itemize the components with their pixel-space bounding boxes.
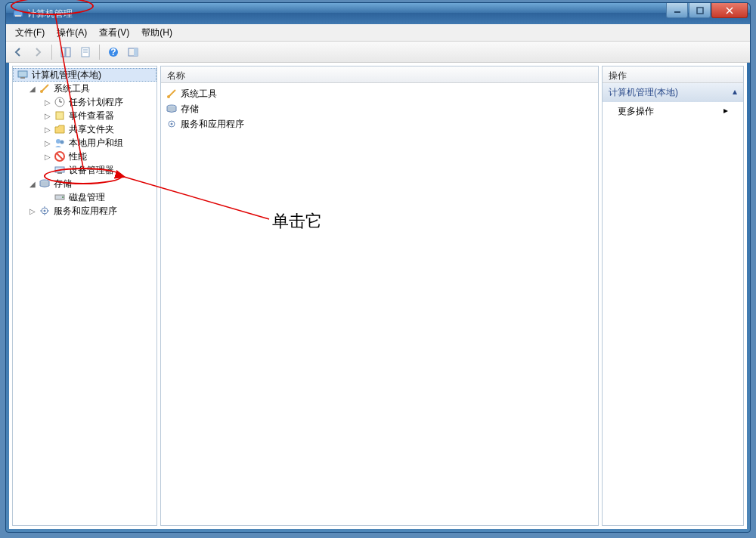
actions-more[interactable]: 更多操作 ▸ [603,102,743,121]
svg-rect-21 [56,112,64,119]
tree-label: 任务计划程序 [69,96,123,109]
actions-group-label: 计算机管理(本地) [609,86,678,99]
users-icon [54,137,66,149]
storage-icon [166,103,178,115]
expander-collapse-icon[interactable]: ◢ [28,179,37,188]
toolbar: ? [6,42,750,63]
list-item[interactable]: 系统工具 [161,86,598,101]
action-pane-button[interactable] [124,43,142,61]
expander-expand-icon[interactable]: ▷ [28,206,37,215]
tree-performance[interactable]: ▷ 性能 [13,150,156,163]
tree-label: 共享文件夹 [69,123,114,136]
clock-icon [54,96,66,108]
list-body: 系统工具 存储 服务和应用程序 [161,83,598,134]
tree-services-apps[interactable]: ▷ 服务和应用程序 [13,204,156,218]
list-panel: 名称 系统工具 存储 服务和应用程序 [160,66,599,526]
svg-rect-27 [57,172,62,174]
expander-expand-icon[interactable]: ▷ [43,125,52,134]
tree-system-tools[interactable]: ◢ 系统工具 [13,82,156,95]
services-icon [39,205,51,217]
expander-expand-icon[interactable]: ▷ [43,138,52,147]
tree-label: 存储 [54,178,72,190]
expander-expand-icon[interactable]: ▷ [43,152,52,161]
maximize-button[interactable] [689,3,711,18]
list-item[interactable]: 存储 [161,101,598,116]
svg-rect-14 [134,48,138,56]
svg-rect-16 [20,77,25,79]
tree-task-scheduler[interactable]: ▷ 任务计划程序 [13,95,156,109]
expander-blank [43,193,52,202]
tree-label: 磁盘管理 [69,191,105,204]
tree-device-manager[interactable]: 设备管理器 [13,163,156,177]
tools-icon [166,88,178,100]
show-hide-tree-button[interactable] [57,43,75,61]
folder-share-icon [54,123,66,135]
tree-event-viewer[interactable]: ▷ 事件查看器 [13,109,156,122]
computer-icon [17,69,29,81]
svg-rect-1 [15,15,21,17]
event-icon [54,110,66,122]
svg-point-22 [56,139,60,144]
expander-blank [43,165,52,175]
device-icon [54,164,66,176]
titlebar[interactable]: 计算机管理 [6,3,750,24]
help-button[interactable]: ? [104,43,122,61]
actions-body: 计算机管理(本地) ▴ 更多操作 ▸ [603,83,743,121]
close-button[interactable] [711,3,748,18]
disk-icon [54,191,66,203]
back-button[interactable] [9,43,27,61]
tree-label: 计算机管理(本地) [32,69,101,82]
collapse-icon: ▴ [733,86,737,99]
actions-group[interactable]: 计算机管理(本地) ▴ [603,83,743,102]
tree-disk-management[interactable]: 磁盘管理 [13,190,156,204]
tree-body: 计算机管理(本地) ◢ 系统工具 ▷ 任务计划程序 ▷ 事件查看器 [13,66,156,219]
content-area: 计算机管理(本地) ◢ 系统工具 ▷ 任务计划程序 ▷ 事件查看器 [9,63,747,529]
svg-rect-6 [61,48,65,57]
tree-label: 系统工具 [54,82,90,95]
svg-rect-7 [66,48,70,57]
expander-expand-icon[interactable]: ▷ [43,97,52,107]
submenu-icon: ▸ [723,105,728,118]
window-controls [665,3,748,18]
tree-label: 事件查看器 [69,110,114,122]
list-item-label: 服务和应用程序 [181,118,244,131]
tree-root[interactable]: 计算机管理(本地) [13,68,156,82]
svg-rect-15 [18,71,27,77]
properties-button[interactable] [76,43,94,61]
tools-icon [39,82,51,94]
tree-label: 设备管理器 [69,164,114,177]
menu-file[interactable]: 文件(F) [9,24,51,42]
app-icon [12,8,24,20]
storage-icon [39,178,51,190]
tree-storage[interactable]: ◢ 存储 [13,177,156,190]
list-column-header[interactable]: 名称 [161,66,598,83]
expander-collapse-icon[interactable]: ◢ [28,84,37,93]
menu-action[interactable]: 操作(A) [51,24,93,42]
minimize-button[interactable] [666,3,688,18]
tree-panel: 计算机管理(本地) ◢ 系统工具 ▷ 任务计划程序 ▷ 事件查看器 [12,66,157,526]
tree-shared-folders[interactable]: ▷ 共享文件夹 [13,122,156,136]
tree-label: 性能 [69,150,87,163]
menu-help[interactable]: 帮助(H) [135,24,178,42]
svg-text:?: ? [110,47,116,57]
svg-point-17 [40,90,43,93]
svg-rect-3 [697,8,703,14]
menu-view[interactable]: 查看(V) [93,24,135,42]
svg-point-23 [60,141,64,144]
window-title: 计算机管理 [27,8,73,20]
svg-point-30 [62,196,64,198]
expander-expand-icon[interactable]: ▷ [43,111,52,120]
tree-local-users[interactable]: ▷ 本地用户和组 [13,136,156,150]
svg-rect-26 [55,167,64,172]
svg-point-32 [44,210,46,212]
list-item-label: 存储 [181,103,199,116]
tree-label: 服务和应用程序 [54,205,117,218]
svg-line-25 [57,153,63,159]
forward-button[interactable] [29,43,47,61]
list-item[interactable]: 服务和应用程序 [161,116,598,131]
menubar: 文件(F) 操作(A) 查看(V) 帮助(H) [6,24,750,42]
toolbar-separator [51,45,52,60]
list-item-label: 系统工具 [181,88,217,100]
tree-label: 本地用户和组 [69,137,123,150]
window-frame: 计算机管理 文件(F) 操作(A) 查看(V) 帮助(H) ? 计算机管理(本地… [5,2,751,533]
